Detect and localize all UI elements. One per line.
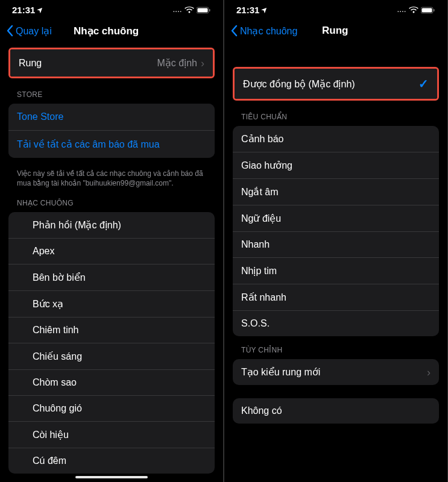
battery-icon: [421, 7, 435, 14]
svg-rect-2: [209, 9, 210, 11]
vibration-value: Mặc định: [157, 57, 197, 69]
selected-label: Được đồng bộ (Mặc định): [243, 78, 355, 90]
page-title: Rung: [322, 25, 348, 37]
location-icon: ➤: [260, 5, 270, 15]
list-item[interactable]: Phản hồi (Mặc định): [8, 212, 215, 238]
selected-vibration-cell[interactable]: Được đồng bộ (Mặc định) ✓: [235, 69, 437, 99]
wifi-icon: [185, 7, 194, 14]
store-footer: Việc này sẽ tải về tất cả các nhạc chuôn…: [8, 166, 215, 195]
highlight-box: Rung Mặc định ›: [8, 48, 215, 78]
custom-list: Tạo kiểu rung mới ›: [233, 359, 439, 385]
tone-store-cell[interactable]: Tone Store: [8, 104, 215, 130]
status-bar: 21:31 ➤ ....: [0, 0, 223, 19]
chevron-right-icon: ›: [427, 367, 431, 378]
back-label: Quay lại: [16, 25, 52, 37]
standard-list: Cảnh báo Giao hưởng Ngắt âm Ngữ điệu Nha…: [233, 126, 439, 336]
checkmark-icon: ✓: [418, 77, 429, 91]
cell-signal-icon: ....: [397, 7, 406, 13]
none-group: Không có: [233, 398, 439, 424]
status-bar: 21:31 ➤ ....: [224, 0, 447, 19]
vibration-label: Rung: [19, 58, 42, 69]
store-header: STORE: [8, 87, 215, 104]
chevron-left-icon: [230, 25, 238, 37]
home-indicator[interactable]: [75, 476, 148, 478]
status-time: 21:31: [236, 5, 259, 15]
chevron-left-icon: [6, 25, 13, 37]
store-group: Tone Store Tải về tất cả các âm báo đã m…: [8, 104, 215, 158]
screen-ringtone: 21:31 ➤ .... Quay lại Nhạc chuông Rung M…: [0, 0, 223, 482]
svg-rect-1: [198, 8, 208, 12]
back-label: Nhạc chuông: [240, 25, 297, 37]
list-item[interactable]: Chòm sao: [8, 369, 215, 395]
chevron-right-icon: ›: [201, 58, 204, 69]
list-item[interactable]: Rất nhanh: [233, 284, 439, 310]
list-item[interactable]: Chiếu sáng: [8, 343, 215, 369]
ringtone-list: Phản hồi (Mặc định) Apex Bên bờ biển Bức…: [8, 212, 215, 474]
page-title: Nhạc chuông: [74, 25, 139, 37]
location-icon: ➤: [36, 5, 45, 15]
list-item[interactable]: Apex: [8, 238, 215, 264]
cell-signal-icon: ....: [173, 7, 182, 13]
status-time: 21:31: [12, 5, 35, 15]
svg-rect-4: [422, 8, 432, 12]
wifi-icon: [409, 7, 418, 14]
list-item[interactable]: Nhanh: [233, 231, 439, 257]
download-cell[interactable]: Tải về tất cả các âm báo đã mua: [8, 130, 215, 158]
screen-vibration: 21:31 ➤ .... Nhạc chuông Rung Được đồng …: [224, 0, 447, 482]
list-item[interactable]: S.O.S.: [233, 310, 439, 336]
back-button[interactable]: Quay lại: [6, 25, 52, 37]
create-vibration-cell[interactable]: Tạo kiểu rung mới ›: [233, 359, 439, 385]
ringtones-header: NHẠC CHUÔNG: [8, 195, 215, 212]
list-item[interactable]: Bức xạ: [8, 290, 215, 317]
tone-store-label: Tone Store: [17, 111, 63, 122]
list-item[interactable]: Giao hưởng: [233, 152, 439, 178]
standard-header: TIÊU CHUẨN: [233, 109, 439, 126]
vibration-cell[interactable]: Rung Mặc định ›: [10, 49, 213, 77]
list-item[interactable]: Chuông gió: [8, 395, 215, 421]
download-label: Tải về tất cả các âm báo đã mua: [17, 139, 160, 150]
list-item[interactable]: Ngắt âm: [233, 178, 439, 205]
battery-icon: [197, 7, 211, 14]
list-item[interactable]: Ngữ điệu: [233, 205, 439, 231]
none-cell[interactable]: Không có: [233, 398, 439, 424]
list-item[interactable]: Bên bờ biển: [8, 264, 215, 290]
list-item[interactable]: Chiêm tinh: [8, 317, 215, 343]
create-label: Tạo kiểu rung mới: [241, 366, 320, 378]
none-label: Không có: [241, 405, 282, 416]
back-button[interactable]: Nhạc chuông: [230, 25, 297, 37]
highlight-box: Được đồng bộ (Mặc định) ✓: [233, 67, 439, 101]
nav-bar: Quay lại Nhạc chuông: [0, 19, 223, 44]
list-item[interactable]: Còi hiệu: [8, 421, 215, 448]
nav-bar: Nhạc chuông Rung: [224, 19, 447, 44]
custom-header: TÙY CHỈNH: [233, 342, 439, 359]
list-item[interactable]: Cảnh báo: [233, 126, 439, 152]
list-item[interactable]: Nhịp tim: [233, 257, 439, 284]
list-item[interactable]: Cú đêm: [8, 448, 215, 474]
svg-rect-5: [434, 9, 435, 11]
